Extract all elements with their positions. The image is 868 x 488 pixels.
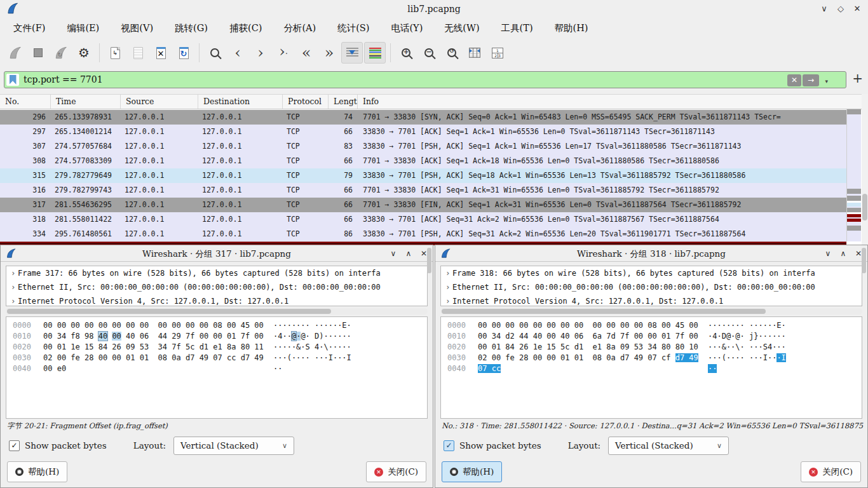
- expander-icon[interactable]: ›: [444, 280, 452, 294]
- go-forward-icon[interactable]: ›: [250, 42, 271, 64]
- hex-row[interactable]: 002000 01 84 26 1e 15 5c d1 e1 8a 09 53 …: [447, 342, 862, 353]
- maximize-icon[interactable]: ∧: [401, 245, 416, 262]
- expander-icon[interactable]: ›: [9, 266, 18, 280]
- hex-row[interactable]: 000000 00 00 00 00 00 00 00 00 00 00 00 …: [13, 320, 427, 331]
- close-button[interactable]: ✕ 关闭(C): [366, 461, 426, 482]
- expander-icon[interactable]: ›: [444, 294, 452, 306]
- expander-icon[interactable]: ›: [9, 294, 18, 306]
- hex-row[interactable]: 001000 34 d2 44 40 00 40 06 6a 7d 7f 00 …: [447, 331, 862, 342]
- tree-row[interactable]: ›Ethernet II, Src: 00:00:00_00:00:00 (00…: [6, 280, 427, 294]
- tree-horizontal-scrollbar[interactable]: [6, 308, 428, 315]
- packet-row[interactable]: 297265.134001214127.0.0.1127.0.0.1TCP663…: [0, 125, 846, 139]
- show-packet-bytes-checkbox[interactable]: ✓: [444, 440, 454, 451]
- close-button[interactable]: ✕ 关闭(C): [801, 461, 861, 482]
- resize-columns-icon[interactable]: [464, 42, 485, 64]
- hex-row[interactable]: 000000 00 00 00 00 00 00 00 00 00 00 00 …: [447, 320, 862, 331]
- packet-row[interactable]: 308274.577083309127.0.0.1127.0.0.1TCP667…: [0, 154, 846, 168]
- column-header[interactable]: Length: [329, 95, 358, 109]
- save-file-icon[interactable]: [127, 42, 149, 64]
- menu-item[interactable]: 分析(A): [273, 20, 327, 37]
- column-header[interactable]: Time: [51, 95, 121, 109]
- filter-apply-icon[interactable]: →: [803, 74, 819, 86]
- help-button[interactable]: 帮助(H): [7, 461, 67, 482]
- go-to-packet-icon[interactable]: ›·: [273, 42, 294, 64]
- menu-item[interactable]: 工具(T): [491, 20, 544, 37]
- packet-bytes-pane[interactable]: 000000 00 00 00 00 00 00 00 00 00 00 00 …: [440, 316, 862, 419]
- hex-row[interactable]: 004000 e0··: [13, 363, 427, 374]
- hex-row[interactable]: 001000 34 f8 98 40 00 40 06 44 29 7f 00 …: [13, 331, 427, 342]
- expander-icon[interactable]: ›: [444, 266, 452, 280]
- minimize-icon[interactable]: ∨: [820, 245, 836, 262]
- packet-row[interactable]: 334295.761480561127.0.0.1127.0.0.1TCP863…: [0, 227, 846, 241]
- go-last-packet-icon[interactable]: »: [318, 42, 340, 64]
- filter-clear-icon[interactable]: ✕: [787, 74, 801, 86]
- tree-scrollbar[interactable]: [427, 248, 431, 273]
- filter-dropdown-caret-icon[interactable]: ▾: [825, 78, 828, 85]
- filter-add-button[interactable]: +: [852, 71, 863, 86]
- column-header[interactable]: Protocol: [283, 95, 329, 109]
- packet-bytes-pane[interactable]: 000000 00 00 00 00 00 00 00 00 00 00 00 …: [6, 316, 428, 419]
- dialog-titlebar[interactable]: Wireshark · 分组 318 · lib7.pcapng ∨ ∧ ✕: [435, 245, 867, 262]
- window-titlebar[interactable]: lib7.pcapng ∨ ◇ ✕: [0, 0, 868, 18]
- column-header[interactable]: Destination: [198, 95, 283, 109]
- colorize-toggle-icon[interactable]: [364, 42, 386, 64]
- packet-row[interactable]: 316279.782799743127.0.0.1127.0.0.1TCP667…: [0, 183, 846, 198]
- packet-detail-tree[interactable]: ›Frame 318: 66 bytes on wire (528 bits),…: [440, 266, 862, 306]
- packet-row[interactable]: 296265.133978931127.0.0.1127.0.0.1TCP747…: [0, 110, 846, 125]
- column-header[interactable]: No.: [0, 95, 51, 109]
- expander-icon[interactable]: ›: [9, 280, 18, 294]
- minimize-icon[interactable]: ∨: [386, 245, 401, 262]
- layout-select[interactable]: Vertical (Stacked) ∨: [173, 437, 294, 455]
- packet-row[interactable]: 318281.558011422127.0.0.1127.0.0.1TCP663…: [0, 212, 846, 227]
- hex-row[interactable]: 003002 00 fe 28 00 00 01 01 08 0a d7 49 …: [13, 353, 427, 363]
- packet-row[interactable]: 315279.782779649127.0.0.1127.0.0.1TCP793…: [0, 168, 846, 183]
- menu-item[interactable]: 电话(Y): [380, 20, 433, 37]
- packet-list-minimap[interactable]: [846, 109, 861, 241]
- menu-item[interactable]: 编辑(E): [56, 20, 110, 37]
- menu-item[interactable]: 统计(S): [327, 20, 380, 37]
- zoom-in-icon[interactable]: +: [395, 42, 417, 64]
- menu-item[interactable]: 视图(V): [110, 20, 164, 37]
- tree-row[interactable]: ›Ethernet II, Src: 00:00:00_00:00:00 (00…: [441, 280, 862, 294]
- maximize-icon[interactable]: ∧: [836, 245, 851, 262]
- auto-scroll-toggle-icon[interactable]: [341, 42, 363, 64]
- display-filter-input[interactable]: tcp.port == 7701 ✕ → ▾: [4, 71, 846, 88]
- open-file-icon[interactable]: ↳: [104, 42, 126, 64]
- column-header[interactable]: Source: [121, 95, 198, 109]
- capture-options-icon[interactable]: ⚙: [73, 42, 95, 64]
- zoom-out-icon[interactable]: −: [418, 42, 440, 64]
- close-icon[interactable]: ✕: [849, 0, 865, 18]
- packet-row[interactable]: 307274.577057684127.0.0.1127.0.0.1TCP833…: [0, 139, 846, 154]
- menu-item[interactable]: 无线(W): [433, 20, 490, 37]
- go-first-packet-icon[interactable]: «: [295, 42, 317, 64]
- menu-item[interactable]: 跳转(G): [164, 20, 219, 37]
- find-packet-icon[interactable]: [204, 42, 226, 64]
- help-button[interactable]: 帮助(H): [442, 461, 502, 482]
- start-capture-icon[interactable]: [4, 42, 26, 64]
- column-header[interactable]: Info: [358, 95, 868, 109]
- close-file-icon[interactable]: ✕: [150, 42, 172, 64]
- hex-row[interactable]: 003002 00 fe 28 00 00 01 01 08 0a d7 49 …: [447, 353, 862, 363]
- tree-row[interactable]: ›Frame 318: 66 bytes on wire (528 bits),…: [441, 266, 862, 280]
- dialog-titlebar[interactable]: Wireshark · 分组 317 · lib7.pcapng ∨ ∧ ✕: [1, 245, 433, 262]
- layout-select[interactable]: Vertical (Stacked) ∨: [608, 437, 729, 455]
- filter-bookmark-icon[interactable]: [6, 74, 19, 86]
- packet-list-scrollbar[interactable]: [862, 94, 868, 245]
- tree-row[interactable]: ›Internet Protocol Version 4, Src: 127.0…: [6, 294, 427, 306]
- packet-row[interactable]: 317281.554636295127.0.0.1127.0.0.1TCP667…: [0, 198, 846, 212]
- go-back-icon[interactable]: ‹: [227, 42, 248, 64]
- zoom-reset-icon[interactable]: ↺: [441, 42, 463, 64]
- tree-row[interactable]: ›Internet Protocol Version 4, Src: 127.0…: [441, 294, 862, 306]
- tree-horizontal-scrollbar[interactable]: [440, 308, 862, 315]
- hex-row[interactable]: 002000 01 1e 15 84 26 09 53 34 7f 5c d1 …: [13, 342, 427, 353]
- menu-item[interactable]: 文件(F): [3, 20, 56, 37]
- reload-file-icon[interactable]: ↻: [173, 42, 194, 64]
- minimize-icon[interactable]: ∨: [816, 0, 832, 18]
- layout-pages-icon[interactable]: [487, 42, 508, 64]
- menu-item[interactable]: 捕获(C): [219, 20, 273, 37]
- maximize-icon[interactable]: ◇: [832, 0, 849, 18]
- restart-capture-icon[interactable]: ↻: [50, 42, 72, 64]
- tree-row[interactable]: ›Frame 317: 66 bytes on wire (528 bits),…: [6, 266, 427, 280]
- show-packet-bytes-checkbox[interactable]: ✓: [9, 440, 20, 451]
- packet-detail-tree[interactable]: ›Frame 317: 66 bytes on wire (528 bits),…: [6, 266, 428, 306]
